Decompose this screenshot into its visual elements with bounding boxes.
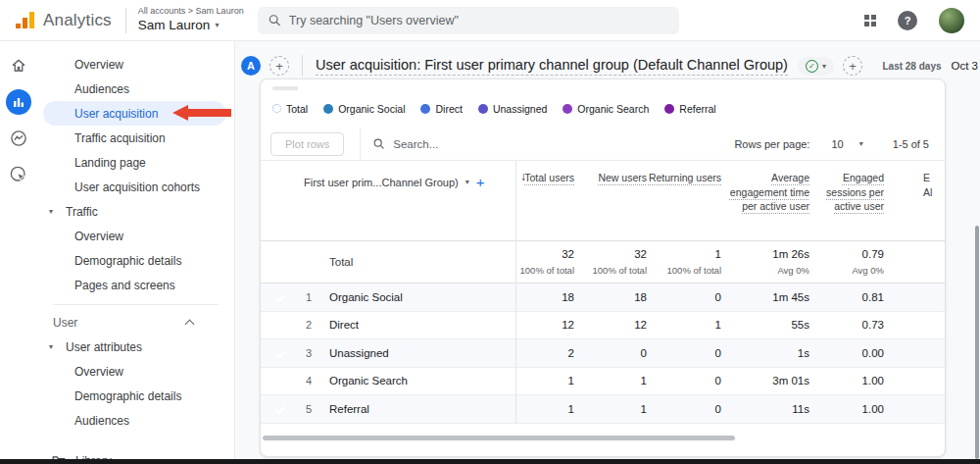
- legend-dot-outline: [272, 104, 281, 113]
- sidebar-item-landing-page[interactable]: Landing page: [37, 150, 234, 175]
- legend-dot: [323, 104, 333, 114]
- table-row[interactable]: 5 Referral 1 1 0 11s 1.00: [261, 395, 945, 424]
- chevron-down-icon: ▾: [49, 342, 59, 351]
- avatar[interactable]: [939, 8, 964, 33]
- add-button[interactable]: +: [843, 56, 862, 76]
- account-name: Sam Lauron: [138, 18, 211, 34]
- sidebar-divider: [53, 304, 219, 305]
- legend-item-organic-social[interactable]: Organic Social: [323, 103, 405, 115]
- sidebar-item-audiences[interactable]: Audiences: [37, 77, 234, 101]
- add-dimension-button[interactable]: +: [476, 174, 485, 190]
- chevron-down-icon[interactable]: ▾: [859, 139, 863, 148]
- legend-item-organic-search[interactable]: Organic Search: [563, 103, 649, 115]
- property-badge[interactable]: A: [241, 56, 261, 76]
- legend-label: Direct: [435, 103, 462, 115]
- vertical-scrollbar[interactable]: [975, 226, 979, 459]
- report-title[interactable]: User acquisition: First user primary cha…: [316, 57, 788, 76]
- dimension-header[interactable]: First user prim...Channel Group) ▾ +: [304, 170, 515, 190]
- help-icon[interactable]: ?: [898, 11, 917, 30]
- window-edge: [0, 459, 980, 464]
- table-search-input[interactable]: [393, 138, 569, 150]
- table-search[interactable]: [372, 137, 569, 150]
- add-comparison-button[interactable]: +: [270, 56, 289, 76]
- table-row[interactable]: 1 Organic Social 18 18 0 1m 45s 0.81: [261, 284, 945, 312]
- rows-per-page-select[interactable]: 10: [831, 138, 843, 150]
- sidebar-item-traffic-acquisition[interactable]: Traffic acquisition: [37, 126, 234, 150]
- legend-item-referral[interactable]: Referral: [664, 103, 715, 115]
- sidebar-section-user-attributes[interactable]: ▾ User attributes: [37, 335, 234, 359]
- nav-rail: [0, 41, 37, 459]
- search-icon: [268, 13, 281, 27]
- account-switcher[interactable]: All accounts > Sam Lauron Sam Lauron ▾: [138, 6, 244, 33]
- global-search-input[interactable]: [289, 14, 669, 27]
- table-row[interactable]: 2 Direct 12 12 1 55s 0.73: [261, 312, 945, 340]
- legend-item-direct[interactable]: Direct: [420, 103, 462, 115]
- advertising-icon[interactable]: [6, 162, 31, 187]
- column-header-new-users: New users: [574, 170, 647, 185]
- table-header-row: First user prim...Channel Group) ▾ + ↓ T…: [261, 161, 945, 241]
- sidebar-item-traffic-overview[interactable]: Overview: [37, 224, 234, 248]
- sidebar-item-overview[interactable]: Overview: [37, 52, 234, 77]
- section-label: Traffic: [66, 205, 98, 219]
- date-text: Oct 3: [952, 60, 978, 72]
- total-label: Total: [329, 256, 515, 268]
- sidebar-section-traffic[interactable]: ▾ Traffic: [37, 199, 234, 224]
- sort-descending-icon[interactable]: ↓: [520, 170, 526, 184]
- horizontal-scrollbar[interactable]: [263, 436, 735, 440]
- rows-per-page-label: Rows per page:: [734, 138, 809, 150]
- sidebar-item-user-audiences[interactable]: Audiences: [37, 408, 234, 433]
- table-row[interactable]: 3 Unassigned 2 0 0 1s 0.00: [261, 339, 945, 368]
- column-header-clipped: E Al: [884, 170, 945, 199]
- dimension-header-label: First user prim...Channel Group): [304, 177, 459, 188]
- home-icon[interactable]: [6, 53, 31, 78]
- column-header-engaged-sessions: Engaged sessions per active user: [809, 170, 884, 214]
- top-bar: Analytics All accounts > Sam Lauron Sam …: [0, 0, 980, 41]
- report-card: Total Organic Social Direct Unassigned O…: [260, 78, 946, 457]
- data-table: First user prim...Channel Group) ▾ + ↓ T…: [261, 161, 945, 424]
- chart-legend: Total Organic Social Direct Unassigned O…: [261, 90, 945, 118]
- group-label: User: [53, 316, 77, 330]
- sidebar-item-user-acquisition[interactable]: User acquisition: [43, 101, 226, 126]
- sidebar-group-user[interactable]: User: [37, 311, 234, 335]
- chevron-down-icon: ▾: [466, 178, 469, 186]
- main-content: A + User acquisition: First user primary…: [235, 41, 980, 459]
- channel-name: Unassigned: [329, 347, 515, 359]
- sidebar-item-user-acquisition-cohorts[interactable]: User acquisition cohorts: [37, 175, 234, 199]
- report-sidebar: Overview Audiences User acquisition Traf…: [37, 41, 235, 459]
- sidebar-item-library[interactable]: Library: [37, 448, 234, 459]
- legend-dot: [478, 104, 488, 114]
- pagination-range: 1-5 of 5: [893, 138, 929, 150]
- legend-item-unassigned[interactable]: Unassigned: [478, 103, 547, 115]
- chevron-down-icon: ▾: [215, 21, 219, 30]
- breadcrumb: All accounts > Sam Lauron: [138, 6, 244, 17]
- column-divider: [515, 161, 516, 424]
- legend-label: Unassigned: [493, 103, 547, 115]
- report-status-control[interactable]: ✓ ▾: [798, 57, 834, 76]
- plot-rows-button[interactable]: Plot rows: [270, 132, 344, 156]
- apps-grid-icon[interactable]: [864, 15, 876, 26]
- sidebar-item-user-overview[interactable]: Overview: [37, 359, 234, 384]
- chevron-down-icon: ▾: [49, 207, 59, 216]
- table-toolbar: Plot rows Rows per page: 10 ▾ 1-5 of 5: [261, 128, 945, 161]
- reports-icon[interactable]: [6, 89, 31, 115]
- date-range-label: Last 28 days: [882, 61, 941, 72]
- analytics-logo[interactable]: [16, 12, 34, 28]
- topbar-divider: [125, 8, 126, 33]
- channel-name: Direct: [329, 319, 515, 331]
- table-row[interactable]: 4 Organic Search 1 1 0 3m 01s 1.00: [261, 368, 945, 396]
- ga4-app: Analytics All accounts > Sam Lauron Sam …: [0, 0, 980, 464]
- column-header-total-users: ↓ Total users: [515, 170, 574, 185]
- sidebar-item-traffic-demographic-details[interactable]: Demographic details: [37, 248, 234, 273]
- legend-item-total[interactable]: Total: [272, 103, 308, 115]
- column-header-returning-users: Returning users: [647, 170, 721, 185]
- explore-icon[interactable]: [6, 126, 31, 151]
- legend-dot: [563, 104, 572, 114]
- global-search[interactable]: [258, 7, 679, 34]
- header-divider: [302, 55, 303, 77]
- check-circle-icon: ✓: [806, 60, 818, 73]
- report-header: A + User acquisition: First user primary…: [241, 51, 978, 80]
- legend-label: Referral: [679, 103, 715, 115]
- date-range-picker[interactable]: Last 28 days Oct 3: [874, 60, 978, 72]
- sidebar-item-pages-and-screens[interactable]: Pages and screens: [37, 273, 234, 297]
- sidebar-item-user-demographic-details[interactable]: Demographic details: [37, 384, 234, 408]
